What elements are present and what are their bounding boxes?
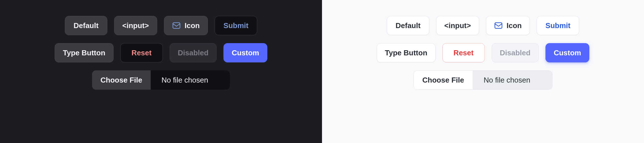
choose-file-button[interactable]: Choose File <box>414 71 473 89</box>
submit-button[interactable]: Submit <box>215 16 257 35</box>
reset-button[interactable]: Reset <box>120 43 163 62</box>
input-button[interactable]: <input> <box>436 16 479 35</box>
custom-button[interactable]: Custom <box>545 43 589 62</box>
type-button[interactable]: Type Button <box>377 43 436 62</box>
type-button[interactable]: Type Button <box>55 43 114 62</box>
default-button[interactable]: Default <box>65 16 107 35</box>
dark-theme-panel: Default <input> Icon Submit Type Button … <box>0 0 322 143</box>
icon-button[interactable]: Icon <box>164 16 208 35</box>
button-row-2: Type Button Reset Disabled Custom <box>55 43 267 62</box>
file-input[interactable]: Choose File No file chosen <box>92 70 230 90</box>
submit-button[interactable]: Submit <box>537 16 579 35</box>
button-row-2: Type Button Reset Disabled Custom <box>377 43 589 62</box>
svg-rect-0 <box>173 23 180 28</box>
button-row-1: Default <input> Icon Submit <box>387 16 579 35</box>
file-input[interactable]: Choose File No file chosen <box>413 70 552 90</box>
file-row: Choose File No file chosen <box>92 70 230 90</box>
svg-rect-1 <box>495 23 502 28</box>
file-row: Choose File No file chosen <box>413 70 552 90</box>
icon-button-label: Icon <box>185 21 200 30</box>
file-status-label: No file chosen <box>151 70 230 90</box>
disabled-button: Disabled <box>492 43 539 62</box>
input-button[interactable]: <input> <box>114 16 157 35</box>
mail-icon <box>494 21 503 30</box>
light-theme-panel: Default <input> Icon Submit Type Button … <box>322 0 644 143</box>
disabled-button: Disabled <box>170 43 217 62</box>
mail-icon <box>172 21 181 30</box>
button-row-1: Default <input> Icon Submit <box>65 16 257 35</box>
default-button[interactable]: Default <box>387 16 429 35</box>
choose-file-button[interactable]: Choose File <box>92 70 151 90</box>
reset-button[interactable]: Reset <box>442 43 485 62</box>
file-status-label: No file chosen <box>473 71 552 89</box>
icon-button-label: Icon <box>507 21 522 30</box>
icon-button[interactable]: Icon <box>486 16 530 35</box>
custom-button[interactable]: Custom <box>223 43 267 62</box>
